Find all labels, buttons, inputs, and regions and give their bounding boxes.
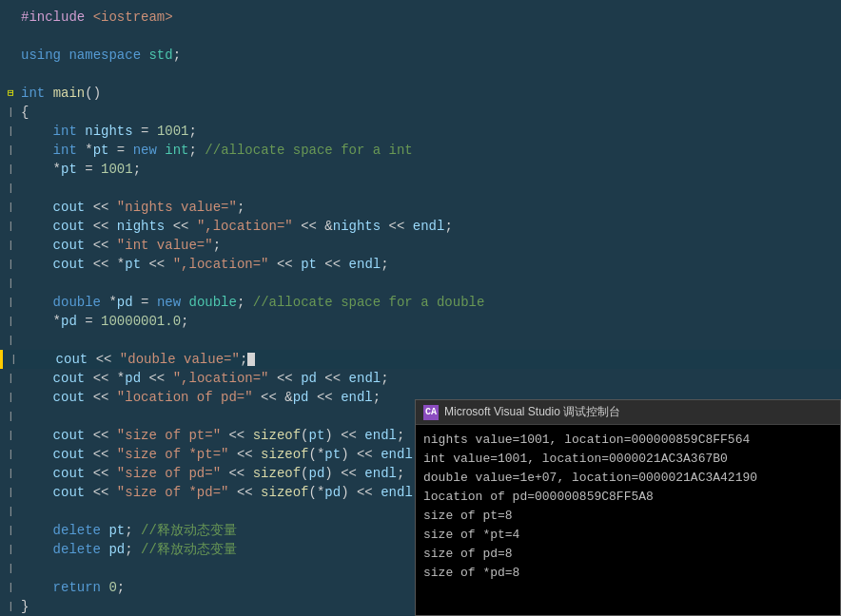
code-line-13: | cout << "int value="; [0, 236, 841, 255]
line-marker-8: | [8, 141, 15, 160]
code-text-20: cout << *pd << ",location=" << pd << end… [15, 369, 389, 388]
code-text-27 [15, 502, 29, 521]
code-text-32: } [15, 597, 29, 616]
code-text-12: cout << nights << ",location=" << &night… [15, 217, 453, 236]
code-text-14: cout << *pt << ",location=" << pt << end… [15, 255, 389, 274]
line-marker-5: ⊟ [8, 84, 15, 103]
code-line-3: using namespace std; [0, 46, 841, 65]
code-line-8: | int *pt = new int; //allocate space fo… [0, 141, 841, 160]
line-marker-32: | [8, 597, 15, 616]
console-title: Microsoft Visual Studio 调试控制台 [444, 404, 620, 420]
code-line-15: | [0, 274, 841, 293]
code-text-5: int main() [15, 84, 101, 103]
line-marker-31: | [8, 578, 15, 597]
code-line-6: | { [0, 103, 841, 122]
line-marker-6: | [8, 103, 15, 122]
line-marker-30: | [8, 559, 15, 578]
line-marker-18: | [8, 331, 15, 350]
code-text-16: double *pd = new double; //allocate spac… [15, 293, 484, 312]
line-marker-16: | [8, 293, 15, 312]
code-line-2 [0, 27, 841, 46]
console-line-3: double value=1e+07, location=0000021AC3A… [423, 469, 832, 488]
line-marker-9: | [8, 160, 15, 179]
line-marker-21: | [8, 388, 15, 407]
code-text-19: cout << "double value="; [18, 350, 255, 369]
code-line-4 [0, 65, 841, 84]
code-text-24: cout << "size of *pt=" << sizeof(*pt) <<… [15, 445, 420, 464]
line-marker-17: | [8, 312, 15, 331]
code-text-2 [15, 27, 29, 46]
code-line-1: #include <iostream> [0, 8, 841, 27]
console-line-6: size of *pt=4 [423, 526, 832, 545]
code-line-11: | cout << "nights value="; [0, 198, 841, 217]
code-text-4 [15, 65, 29, 84]
line-marker-28: | [8, 521, 15, 540]
console-line-4: location of pd=000000859C8FF5A8 [423, 488, 832, 507]
code-line-7: | int nights = 1001; [0, 122, 841, 141]
code-text-15 [15, 274, 29, 293]
line-marker-14: | [8, 255, 15, 274]
console-titlebar: CA Microsoft Visual Studio 调试控制台 [416, 400, 840, 425]
code-text-23: cout << "size of pt=" << sizeof(pt) << e… [15, 426, 404, 445]
line-marker-13: | [8, 236, 15, 255]
code-text-29: delete pd; //释放动态变量 [15, 540, 237, 559]
line-marker-20: | [8, 369, 15, 388]
console-line-5: size of pt=8 [423, 507, 832, 526]
code-line-19: | cout << "double value="; [0, 350, 841, 369]
code-text-26: cout << "size of *pd=" << sizeof(*pd) <<… [15, 483, 420, 502]
line-marker-25: | [8, 464, 15, 483]
console-line-8: size of *pd=8 [423, 564, 832, 583]
console-window[interactable]: CA Microsoft Visual Studio 调试控制台 nights … [415, 399, 841, 616]
line-marker-27: | [8, 502, 15, 521]
line-marker-12: | [8, 217, 15, 236]
line-marker-15: | [8, 274, 15, 293]
console-body: nights value=1001, location=000000859C8F… [416, 425, 840, 588]
code-text-6: { [15, 103, 29, 122]
code-line-12: | cout << nights << ",location=" << &nig… [0, 217, 841, 236]
line-marker-26: | [8, 483, 15, 502]
code-text-11: cout << "nights value="; [15, 198, 244, 217]
console-icon-label: CA [425, 407, 437, 417]
code-text-25: cout << "size of pd=" << sizeof(pd) << e… [15, 464, 404, 483]
code-text-9: *pt = 1001; [15, 160, 141, 179]
code-text-3: using namespace std; [15, 46, 181, 65]
code-text-18 [15, 331, 29, 350]
code-text-22 [15, 407, 29, 426]
code-text-17: *pd = 10000001.0; [15, 312, 188, 331]
code-line-20: | cout << *pd << ",location=" << pd << e… [0, 369, 841, 388]
code-line-10: | [0, 179, 841, 198]
line-marker-23: | [8, 426, 15, 445]
code-text-13: cout << "int value="; [15, 236, 221, 255]
line-marker-24: | [8, 445, 15, 464]
code-text-28: delete pt; //释放动态变量 [15, 521, 237, 540]
code-text-21: cout << "location of pd=" << &pd << endl… [15, 388, 381, 407]
code-line-9: | *pt = 1001; [0, 160, 841, 179]
code-line-16: | double *pd = new double; //allocate sp… [0, 293, 841, 312]
console-line-7: size of pd=8 [423, 545, 832, 564]
line-marker-19: | [10, 350, 18, 369]
code-line-5: ⊟ int main() [0, 84, 841, 103]
console-line-2: int value=1001, location=0000021AC3A367B… [423, 450, 832, 469]
line-marker-10: | [8, 179, 15, 198]
code-text-8: int *pt = new int; //allocate space for … [15, 141, 413, 160]
code-text-7: int nights = 1001; [15, 122, 197, 141]
code-text-10 [15, 179, 29, 198]
line-marker-29: | [8, 540, 15, 559]
code-line-18: | [0, 331, 841, 350]
code-text-30 [15, 559, 29, 578]
console-line-1: nights value=1001, location=000000859C8F… [423, 431, 832, 450]
line-marker-11: | [8, 198, 15, 217]
code-line-17: | *pd = 10000001.0; [0, 312, 841, 331]
code-text-31: return 0; [15, 578, 125, 597]
code-line-14: | cout << *pt << ",location=" << pt << e… [0, 255, 841, 274]
line-marker-7: | [8, 122, 15, 141]
code-text-1: #include <iostream> [15, 8, 173, 27]
line-marker-22: | [8, 407, 15, 426]
console-icon: CA [423, 405, 439, 420]
